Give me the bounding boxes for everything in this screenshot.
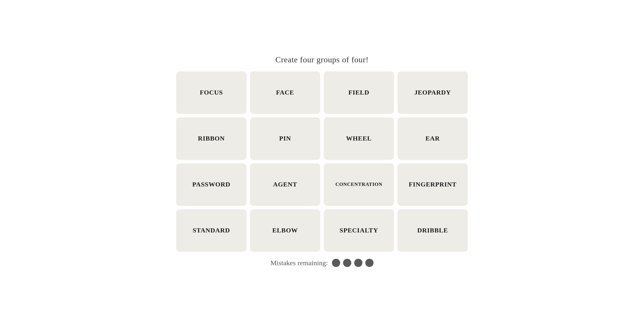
tile-label: FIELD bbox=[348, 89, 369, 96]
tile-label: SPECIALTY bbox=[340, 227, 378, 234]
tile-elbow[interactable]: ELBOW bbox=[250, 209, 320, 252]
tile-specialty[interactable]: SPECIALTY bbox=[324, 209, 394, 252]
tile-label: STANDARD bbox=[193, 227, 230, 234]
tile-label: FINGERPRINT bbox=[409, 181, 457, 188]
tile-standard[interactable]: STANDARD bbox=[176, 209, 246, 252]
tile-label: DRIBBLE bbox=[417, 227, 448, 234]
tile-label: PASSWORD bbox=[192, 181, 230, 188]
tile-agent[interactable]: AGENT bbox=[250, 163, 320, 206]
dots-row bbox=[332, 259, 374, 267]
tile-label: FOCUS bbox=[200, 89, 223, 96]
tile-wheel[interactable]: WHEEL bbox=[324, 117, 394, 160]
tile-label: PIN bbox=[279, 135, 291, 142]
tile-jeopardy[interactable]: JEOPARDY bbox=[398, 71, 468, 114]
mistakes-row: Mistakes remaining: bbox=[270, 259, 374, 267]
tile-label: AGENT bbox=[273, 181, 297, 188]
tile-label: FACE bbox=[276, 89, 294, 96]
tile-label: WHEEL bbox=[346, 135, 372, 142]
subtitle: Create four groups of four! bbox=[275, 55, 369, 64]
tile-label: RIBBON bbox=[198, 135, 225, 142]
tile-ribbon[interactable]: RIBBON bbox=[176, 117, 246, 160]
tile-dribble[interactable]: DRIBBLE bbox=[398, 209, 468, 252]
mistake-dot-3 bbox=[365, 259, 374, 267]
mistake-dot-1 bbox=[343, 259, 351, 267]
tile-face[interactable]: FACE bbox=[250, 71, 320, 114]
tile-label: CONCENTRATION bbox=[335, 181, 383, 187]
tile-label: ELBOW bbox=[272, 227, 298, 234]
tile-concentration[interactable]: CONCENTRATION bbox=[324, 163, 394, 206]
tile-ear[interactable]: EAR bbox=[398, 117, 468, 160]
game-container: Create four groups of four! FOCUSFACEFIE… bbox=[161, 55, 483, 267]
tile-pin[interactable]: PIN bbox=[250, 117, 320, 160]
tile-field[interactable]: FIELD bbox=[324, 71, 394, 114]
tile-label: JEOPARDY bbox=[414, 89, 451, 96]
tile-fingerprint[interactable]: FINGERPRINT bbox=[398, 163, 468, 206]
tile-password[interactable]: PASSWORD bbox=[176, 163, 246, 206]
tile-grid: FOCUSFACEFIELDJEOPARDYRIBBONPINWHEELEARP… bbox=[176, 71, 468, 252]
mistakes-label: Mistakes remaining: bbox=[270, 259, 328, 267]
mistake-dot-0 bbox=[332, 259, 340, 267]
mistake-dot-2 bbox=[354, 259, 362, 267]
tile-label: EAR bbox=[425, 135, 440, 142]
tile-focus[interactable]: FOCUS bbox=[176, 71, 246, 114]
